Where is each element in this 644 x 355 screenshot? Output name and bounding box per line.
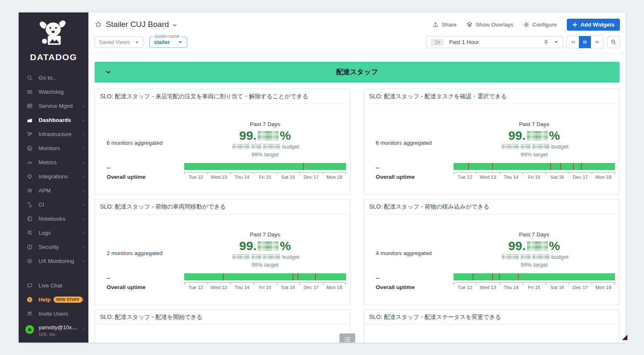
uptime-value: --	[107, 275, 146, 281]
uptime-bar[interactable]	[454, 273, 615, 280]
security-icon	[26, 243, 33, 250]
datadog-dog-icon	[35, 17, 72, 51]
axis-tick-label: Mon 18	[592, 283, 615, 290]
dashboard-content: 配達スタッフ SLO: 配達スタッフ - 来店宅配の注文を車両に割り当て・解除す…	[88, 53, 625, 343]
sidebar-item-dashboards[interactable]: Dashboards ›	[19, 113, 88, 127]
jump-to-list-button[interactable]	[339, 333, 355, 343]
axis-tick-label: Fri 15	[254, 173, 277, 180]
chevron-right-icon: ›	[83, 160, 84, 165]
add-widgets-button[interactable]: Add Widgets	[567, 19, 620, 31]
axis-tick-label: Tue 12	[184, 283, 207, 290]
zoom-out-button[interactable]	[607, 36, 620, 48]
redacted-budget	[263, 144, 281, 149]
uptime-bar[interactable]	[454, 163, 615, 170]
user-email: yamotty@10x....	[39, 324, 81, 331]
sidebar-item-service-mgmt[interactable]: Service Mgmt ›	[19, 99, 88, 113]
page: { "header": { "title": "Stailer CUJ Boar…	[0, 0, 644, 355]
overlays-icon	[466, 22, 473, 28]
datadog-logo[interactable]: DATADOG	[19, 12, 88, 64]
time-backward-button[interactable]	[567, 36, 579, 48]
time-pause-button[interactable]	[579, 36, 591, 48]
slo-widget-title[interactable]: SLO: 配達スタッフ - 配達タスクを確認・選択できる	[364, 89, 620, 104]
uptime-bar[interactable]	[184, 273, 346, 280]
sidebar-item-security[interactable]: Security ›	[19, 240, 88, 254]
axis-tick-label: Wed 13	[476, 283, 500, 290]
chevron-right-icon: ›	[83, 174, 84, 179]
new-stuff-badge: NEW STUFF	[54, 297, 83, 303]
monitors-icon	[26, 145, 33, 152]
slo-percentage: 99.%	[454, 129, 615, 142]
show-overlays-button[interactable]: Show Overlays	[466, 22, 513, 28]
sidebar-item-ci[interactable]: CI ›	[19, 197, 88, 212]
sidebar-item-logs[interactable]: Logs ›	[19, 226, 88, 240]
time-range-label: Past 1 Hour	[449, 39, 543, 45]
slo-widget-title[interactable]: SLO: 配達スタッフ - 荷物の車両間移動ができる	[95, 199, 350, 214]
group-header[interactable]: 配達スタッフ	[95, 62, 620, 83]
axis-tick-label: Dec 17	[300, 283, 323, 290]
saved-views-dropdown[interactable]: Saved Views	[95, 36, 143, 48]
slo-widget-title[interactable]: SLO: 配達スタッフ - 配達を開始できる	[95, 310, 350, 325]
chevron-right-icon: ›	[83, 188, 84, 193]
sidebar-item-infrastructure[interactable]: Infrastructure ›	[19, 127, 88, 141]
monitors-aggregated-label: 4 monitors aggregated	[376, 250, 432, 256]
slo-widget: SLO: 配達スタッフ - 配達ステータスを変更できる	[364, 309, 620, 343]
collapse-chevron-icon[interactable]	[105, 69, 112, 75]
time-axis: Tue 12Wed 13Thu 14Fri 15Sat 16Dec 17Mon …	[454, 282, 615, 290]
monitors-aggregated-label: 6 monitors aggregated	[376, 140, 432, 146]
favorite-star-icon[interactable]	[95, 21, 102, 28]
sidebar-item-apm[interactable]: APM ›	[19, 183, 88, 197]
pin-icon[interactable]	[543, 39, 549, 45]
axis-tick-label: Fri 15	[522, 173, 546, 180]
axis-tick-label: Tue 12	[454, 173, 477, 180]
slo-widget-title[interactable]: SLO: 配達スタッフ - 配達ステータスを変更できる	[364, 310, 620, 325]
slo-widget: SLO: 配達スタッフ - 来店宅配の注文を車両に割り当て・解除することができる…	[95, 89, 351, 195]
sidebar-item-watchdog[interactable]: Watchdog ›	[19, 85, 88, 99]
slo-widget-title[interactable]: SLO: 配達スタッフ - 荷物の積み込みができる	[364, 199, 620, 214]
redacted-budget	[502, 144, 519, 149]
share-icon	[432, 22, 439, 28]
sidebar-item-monitors[interactable]: Monitors ›	[19, 141, 88, 155]
title-chevron-down-icon[interactable]	[172, 22, 178, 28]
axis-tick-label: Fri 15	[522, 283, 546, 290]
monitors-aggregated-label: 2 monitors aggregated	[107, 250, 163, 256]
time-forward-button[interactable]	[591, 36, 603, 48]
sidebar-item-help[interactable]: ? Help NEW STUFF›	[19, 292, 88, 306]
sidebar-item-ux-monitoring[interactable]: UX Monitoring ›	[19, 254, 88, 268]
slo-widget-title[interactable]: SLO: 配達スタッフ - 来店宅配の注文を車両に割り当て・解除することができる	[95, 89, 350, 104]
sidebar-bottom-nav: Live Chat › ? Help NEW STUFF› Invite Use…	[19, 278, 88, 321]
configure-button[interactable]: Configure	[523, 22, 557, 28]
watchdog-icon	[26, 88, 33, 95]
sidebar-item-live-chat[interactable]: Live Chat ›	[19, 278, 88, 292]
uptime-value: --	[376, 165, 415, 171]
plus-icon	[572, 22, 578, 27]
axis-tick-label: Wed 13	[207, 283, 231, 290]
incident-tick	[560, 163, 561, 170]
incident-tick	[550, 163, 551, 170]
time-range-selector[interactable]: 1h Past 1 Hour	[426, 36, 563, 48]
axis-tick-label: Wed 13	[476, 173, 500, 180]
user-menu[interactable]: yamotty@10x.... 10X, Inc. ›	[19, 321, 88, 343]
slo-percentage: 99.%	[184, 129, 346, 142]
template-variable-cluster-name[interactable]: cluster-name stailer	[149, 36, 187, 48]
period-label: Past 7 Days	[454, 231, 615, 238]
chevron-right-icon: ›	[83, 131, 84, 137]
redacted-budget	[502, 254, 519, 260]
axis-tick-label: Mon 18	[323, 173, 346, 180]
axis-tick-label: Wed 13	[207, 173, 231, 180]
share-button[interactable]: Share	[432, 22, 456, 28]
sidebar-item-notebooks[interactable]: Notebooks ›	[19, 212, 88, 226]
error-budget-line: budget	[184, 254, 346, 260]
uptime-bar[interactable]	[184, 163, 346, 170]
template-variable-label: cluster-name	[153, 34, 181, 39]
sidebar-item-go-to[interactable]: Go to... ›	[19, 71, 88, 85]
sidebar-item-metrics[interactable]: Metrics ›	[19, 155, 88, 169]
magnifier-minus-icon	[610, 39, 617, 45]
incident-tick	[499, 273, 500, 280]
sidebar-item-invite-users[interactable]: Invite Users ›	[19, 306, 88, 321]
sidebar-item-integrations[interactable]: Integrations ›	[19, 169, 88, 183]
integrations-icon	[26, 173, 33, 180]
template-variable-value: stailer	[154, 39, 170, 45]
axis-tick-label: Sat 16	[546, 173, 569, 180]
redacted-value	[258, 131, 278, 141]
chevron-right-icon: ›	[83, 146, 84, 151]
